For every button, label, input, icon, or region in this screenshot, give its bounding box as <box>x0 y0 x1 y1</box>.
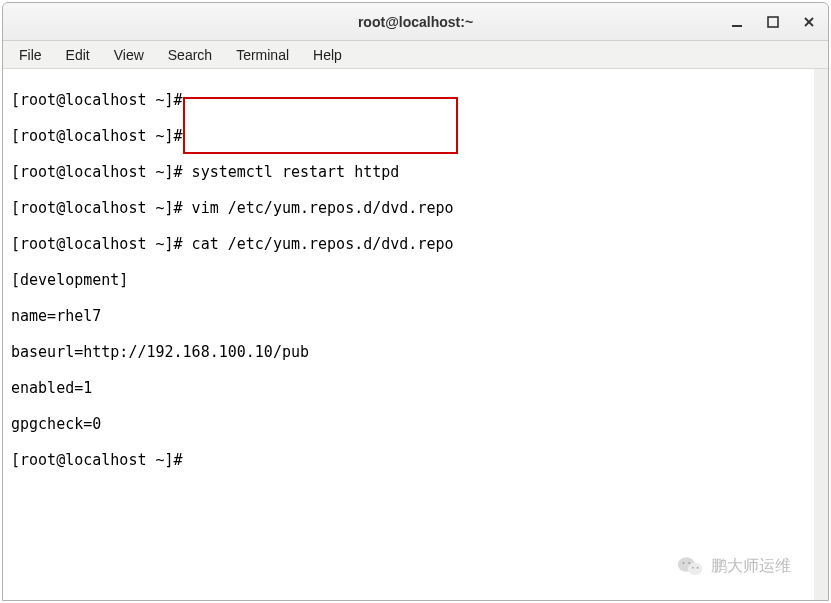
terminal-line: [root@localhost ~]# <box>11 127 806 145</box>
svg-point-7 <box>688 562 690 564</box>
terminal-line: [root@localhost ~]# cat /etc/yum.repos.d… <box>11 235 806 253</box>
terminal-line: enabled=1 <box>11 379 806 397</box>
terminal-line: gpgcheck=0 <box>11 415 806 433</box>
menu-view[interactable]: View <box>104 43 154 67</box>
wechat-icon <box>677 554 703 578</box>
svg-point-6 <box>682 562 684 564</box>
window-title: root@localhost:~ <box>358 14 473 30</box>
terminal-line: baseurl=http://192.168.100.10/pub <box>11 343 806 361</box>
menu-edit[interactable]: Edit <box>56 43 100 67</box>
window-controls <box>726 11 820 33</box>
terminal-window: root@localhost:~ File Edit View Search T… <box>2 2 829 601</box>
terminal-line: [root@localhost ~]# <box>11 451 806 469</box>
maximize-button[interactable] <box>762 11 784 33</box>
svg-point-8 <box>692 567 694 569</box>
terminal-line: [root@localhost ~]# systemctl restart ht… <box>11 163 806 181</box>
menu-search[interactable]: Search <box>158 43 222 67</box>
terminal-line: name=rhel7 <box>11 307 806 325</box>
terminal-line: [development] <box>11 271 806 289</box>
minimize-button[interactable] <box>726 11 748 33</box>
terminal-line: [root@localhost ~]# vim /etc/yum.repos.d… <box>11 199 806 217</box>
menubar: File Edit View Search Terminal Help <box>3 41 828 69</box>
svg-point-5 <box>688 563 702 575</box>
menu-help[interactable]: Help <box>303 43 352 67</box>
svg-point-9 <box>697 567 699 569</box>
menu-file[interactable]: File <box>9 43 52 67</box>
watermark-text: 鹏大师运维 <box>711 556 791 577</box>
terminal-line: [root@localhost ~]# <box>11 91 806 109</box>
watermark: 鹏大师运维 <box>677 554 791 578</box>
titlebar: root@localhost:~ <box>3 3 828 41</box>
menu-terminal[interactable]: Terminal <box>226 43 299 67</box>
svg-rect-1 <box>768 17 778 27</box>
svg-rect-0 <box>732 25 742 27</box>
close-button[interactable] <box>798 11 820 33</box>
terminal-output[interactable]: [root@localhost ~]# [root@localhost ~]# … <box>3 69 828 600</box>
